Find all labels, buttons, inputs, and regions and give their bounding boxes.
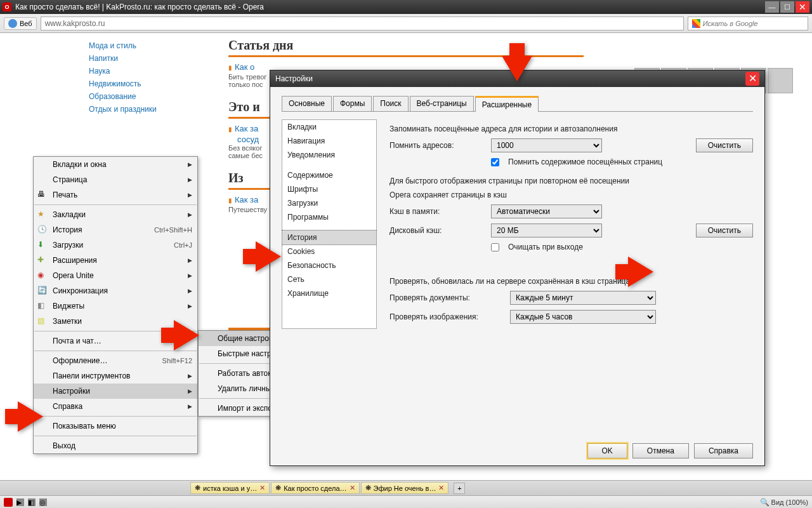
- opera-main-menu: Вкладки и окна▶Страница▶Печать▶Закладки▶…: [33, 156, 198, 454]
- menu-item[interactable]: Расширения▶: [34, 253, 197, 268]
- menu-item-label: Справка: [53, 402, 180, 411]
- tab-close-icon[interactable]: ✕: [259, 484, 265, 492]
- settings-category-item[interactable]: Сеть: [282, 272, 376, 286]
- menu-item-label: История: [53, 225, 141, 234]
- text-cache-l1: Для быстрого отображения страницы при по…: [390, 177, 753, 185]
- blank-icon: [37, 159, 49, 170]
- settings-dialog: Настройки ✕ ОсновныеФормыПоискВеб-страни…: [270, 70, 765, 466]
- settings-history-pane: Запоминать посещённые адреса для истории…: [390, 119, 753, 329]
- globe-icon: [8, 19, 17, 28]
- menu-item[interactable]: Оформление…Shift+F12: [34, 353, 197, 368]
- clear-history-button[interactable]: Очистить: [696, 138, 753, 152]
- menu-item[interactable]: Показывать меню: [34, 418, 197, 434]
- menu-item[interactable]: ЗагрузкиCtrl+J: [34, 237, 197, 253]
- status-bar: ▶ ◧ ◎ 🔍Вид (100%): [0, 495, 812, 508]
- dialog-title: Настройки: [275, 74, 313, 83]
- checkbox-clear-on-exit[interactable]: [491, 243, 499, 251]
- blank-icon: [37, 386, 49, 396]
- cancel-button[interactable]: Отмена: [632, 443, 689, 458]
- label-check-images: Проверять изображения:: [390, 312, 504, 321]
- menu-item[interactable]: Вкладки и окна▶: [34, 157, 197, 172]
- text-check-updated: Проверять, обновилась ли на сервере сохр…: [390, 277, 753, 286]
- window-close-button[interactable]: ✕: [796, 1, 809, 13]
- browser-tab[interactable]: ❋Эфир Не очень в…✕: [361, 482, 449, 494]
- zoom-indicator[interactable]: 🔍Вид (100%): [760, 498, 808, 507]
- favicon-icon: ❋: [195, 484, 200, 492]
- settings-category-item[interactable]: Безопасность: [282, 258, 376, 272]
- settings-tab[interactable]: Веб-страницы: [410, 96, 474, 111]
- submenu-arrow-icon: ▶: [188, 403, 192, 410]
- menu-item[interactable]: Настройки▶: [34, 384, 197, 399]
- new-tab-button[interactable]: +: [454, 483, 465, 494]
- ico-clock-icon: [37, 225, 49, 235]
- settings-tab[interactable]: Формы: [333, 96, 372, 111]
- search-input[interactable]: [703, 20, 804, 27]
- select-check-docs[interactable]: Каждые 5 минут: [510, 291, 656, 305]
- select-memory-cache[interactable]: Автоматически: [491, 204, 602, 218]
- window-title: Как просто сделать всё! | KakProsto.ru: …: [15, 3, 764, 11]
- dialog-footer: OK Отмена Справка: [270, 436, 764, 465]
- submenu-arrow-icon: ▶: [188, 177, 192, 183]
- select-disk-cache[interactable]: 20 МБ: [491, 224, 602, 237]
- menu-item[interactable]: Панели инструментов▶: [34, 368, 197, 384]
- avatar[interactable]: [768, 68, 793, 93]
- settings-category-item[interactable]: История: [282, 230, 377, 245]
- settings-tab[interactable]: Расширенные: [475, 96, 539, 112]
- settings-category-item[interactable]: Навигация: [282, 134, 376, 148]
- menu-item-label: Вкладки и окна: [53, 160, 180, 169]
- menu-item[interactable]: Синхронизация▶: [34, 283, 197, 298]
- submenu-arrow-icon: ▶: [188, 388, 192, 394]
- settings-category-item[interactable]: Уведомления: [282, 148, 376, 162]
- settings-tab[interactable]: Основные: [282, 96, 332, 111]
- ico-sync-icon: [37, 286, 49, 296]
- menu-item[interactable]: ИсторияCtrl+Shift+H: [34, 222, 197, 237]
- settings-category-item[interactable]: Вкладки: [282, 120, 376, 134]
- menu-item[interactable]: Справка▶: [34, 399, 197, 414]
- search-box[interactable]: [688, 17, 808, 30]
- ico-print-icon: [37, 190, 49, 200]
- web-button[interactable]: Веб: [4, 17, 37, 30]
- browser-tab[interactable]: ❋истка кэша и у…✕: [190, 482, 270, 494]
- menu-item[interactable]: Выход: [34, 438, 197, 453]
- menu-item[interactable]: Заметки: [34, 314, 197, 329]
- label-remember-content: Помнить содержимое посещённых страниц: [508, 157, 662, 166]
- status-icon[interactable]: ▶: [16, 498, 24, 506]
- settings-tab[interactable]: Поиск: [373, 96, 408, 111]
- url-input[interactable]: www.kakprosto.ru: [41, 17, 684, 30]
- menu-item[interactable]: Виджеты▶: [34, 298, 197, 314]
- menu-item[interactable]: Страница▶: [34, 172, 197, 187]
- submenu-arrow-icon: ▶: [188, 272, 192, 279]
- minimize-button[interactable]: —: [765, 1, 779, 13]
- menu-item-label: Страница: [53, 175, 180, 184]
- maximize-button[interactable]: ☐: [780, 1, 794, 13]
- clear-cache-button[interactable]: Очистить: [696, 224, 753, 237]
- opera-menu-button[interactable]: [4, 498, 13, 507]
- opera-icon: O: [3, 3, 11, 11]
- settings-category-item[interactable]: Программы: [282, 210, 376, 224]
- browser-tab[interactable]: ❋Как просто сдела…✕: [271, 482, 359, 494]
- settings-category-item[interactable]: Загрузки: [282, 196, 376, 210]
- label-disk-cache: Дисковый кэш:: [390, 226, 485, 235]
- settings-category-item[interactable]: Содержимое: [282, 168, 376, 182]
- checkbox-remember-content[interactable]: [491, 158, 499, 166]
- menu-item[interactable]: Печать▶: [34, 187, 197, 203]
- menu-item[interactable]: Opera Unite▶: [34, 268, 197, 283]
- settings-category-item[interactable]: Шрифты: [282, 182, 376, 196]
- status-icon[interactable]: ◎: [39, 498, 47, 506]
- label-memory-cache: Кэш в памяти:: [390, 207, 485, 216]
- tab-close-icon[interactable]: ✕: [350, 484, 355, 492]
- menu-item[interactable]: Закладки▶: [34, 207, 197, 222]
- status-icon[interactable]: ◧: [28, 498, 36, 506]
- ok-button[interactable]: OK: [587, 443, 627, 458]
- select-remember-addresses[interactable]: 1000: [491, 138, 602, 152]
- blank-icon: [202, 368, 214, 378]
- help-button[interactable]: Справка: [694, 443, 753, 458]
- favicon-icon: ❋: [365, 484, 371, 492]
- tab-close-icon[interactable]: ✕: [438, 484, 444, 492]
- menu-shortcut: Shift+F12: [162, 357, 192, 364]
- select-check-images[interactable]: Каждые 5 часов: [510, 310, 656, 324]
- ico-notes-icon: [37, 316, 49, 326]
- settings-category-item[interactable]: Хранилище: [282, 286, 376, 300]
- dialog-close-button[interactable]: ✕: [745, 72, 759, 86]
- settings-category-item[interactable]: Cookies: [282, 244, 376, 258]
